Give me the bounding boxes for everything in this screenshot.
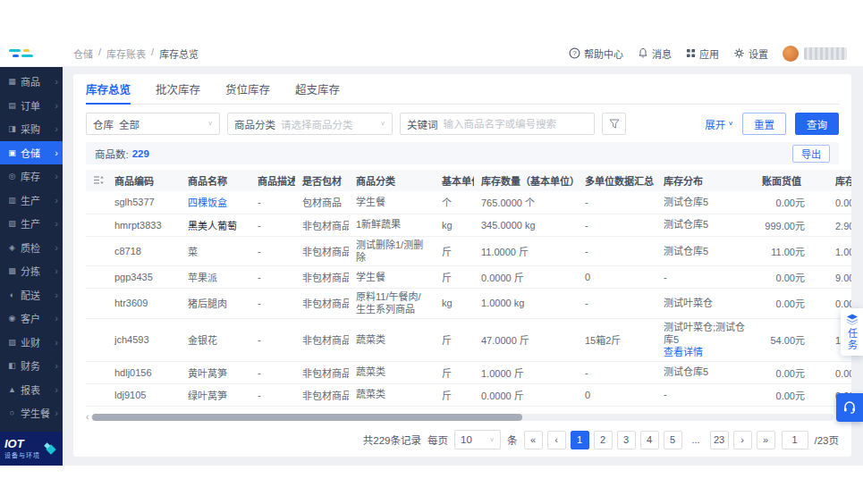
task-fab-label: 任务 — [845, 328, 859, 351]
keyword-input[interactable] — [444, 119, 588, 130]
sidebar-item-student-meal[interactable]: ○学生餐› — [0, 401, 63, 425]
page-button-3[interactable]: 3 — [617, 431, 636, 449]
table-row[interactable]: htr3609猪后腿肉-非包材商品原料11/午餐肉/生生系列商品kg1.0000… — [86, 289, 851, 319]
category-select[interactable]: 商品分类 请选择商品分类 ∨ — [227, 113, 393, 135]
brand-logo: IOT 设备与环境 — [0, 432, 63, 466]
view-detail-link[interactable]: 查看详情 — [664, 347, 703, 357]
table-row[interactable]: jch4593金银花-非包材商品蔬菜类斤47.0000 斤15箱2斤测试叶菜仓;… — [86, 318, 851, 361]
user-area[interactable] — [783, 46, 847, 62]
column-multi[interactable]: 多单位数据汇总 — [578, 170, 656, 191]
logo-bar — [21, 55, 33, 57]
page-ellipsis[interactable]: ... — [687, 431, 706, 449]
table-row[interactable]: hmrpt3833黑美人葡萄-非包材商品1新鲜蔬果kg345.0000 kg-测… — [86, 214, 851, 236]
sidebar-item-sorting[interactable]: ▩分拣› — [0, 259, 63, 283]
tab-货位库存[interactable]: 货位库存 — [225, 74, 270, 105]
column-cat[interactable]: 商品分类 — [349, 170, 435, 191]
page-button-5[interactable]: 5 — [664, 431, 682, 449]
header-action-消息[interactable]: 消息 — [638, 46, 672, 61]
top-header: 仓储/库存账表/库存总览 ?帮助中心消息应用设置 — [0, 40, 863, 67]
page-jump-suffix: /23页 — [815, 433, 840, 447]
column-value[interactable]: 账面货值 — [755, 170, 828, 191]
h-scrollbar-thumb[interactable] — [92, 414, 522, 421]
cell-sort — [86, 289, 107, 319]
column-unit[interactable]: 基本单位 — [435, 170, 474, 191]
header-action-应用[interactable]: 应用 — [686, 46, 719, 61]
column-qty[interactable]: 库存数量（基本单位） — [474, 170, 578, 191]
breadcrumb-item[interactable]: 库存账表 — [106, 46, 146, 61]
cell-qty: 11.0000 斤 — [474, 236, 578, 266]
sidebar-item-inventory[interactable]: ◎库存› — [0, 164, 63, 189]
first-page-button[interactable]: « — [524, 431, 543, 449]
page-size-select[interactable]: 10 ∨ — [454, 430, 501, 449]
sort-columns-icon[interactable] — [86, 170, 107, 191]
sidebar-item-quality[interactable]: ◈质检› — [0, 236, 63, 260]
sidebar-item-reports[interactable]: ▲报表› — [0, 378, 63, 402]
h-scrollbar-track[interactable] — [91, 414, 833, 421]
table-row[interactable]: hdlj0156黄叶莴笋-非包材商品蔬菜类斤1.0000 斤-测试仓库50.00… — [86, 361, 851, 383]
cell-name: 苹果派 — [181, 266, 250, 289]
last-page-button[interactable]: » — [757, 431, 775, 449]
page-button-23[interactable]: 23 — [710, 431, 729, 449]
chevron-right-icon: › — [55, 337, 58, 348]
avatar[interactable] — [783, 46, 799, 62]
cell-qty: 345.0000 kg — [474, 214, 578, 236]
column-code[interactable]: 商品编码 — [107, 170, 181, 191]
brand-cube-icon — [43, 441, 58, 457]
sidebar-item-production-1[interactable]: ▥生产› — [0, 189, 63, 213]
scroll-left-arrow[interactable]: ‹ — [86, 413, 89, 422]
keyword-box[interactable]: 关键词 — [400, 113, 595, 135]
column-dist[interactable]: 库存分布 — [656, 170, 755, 191]
delivery-icon: ◐ — [7, 290, 17, 299]
table-row[interactable]: pgp3435苹果派-非包材商品学生餐斤0.0000 斤0-0.00元9.00元 — [86, 266, 851, 289]
export-button[interactable]: 导出 — [792, 145, 830, 163]
column-name[interactable]: 商品名称 — [181, 170, 250, 191]
header-action-设置[interactable]: 设置 — [733, 46, 768, 61]
table-row[interactable]: c8718菜-非包材商品测试删除1/测删除斤11.0000 斤-测试仓库511.… — [86, 236, 851, 266]
page-button-1[interactable]: 1 — [571, 431, 589, 449]
page-button-2[interactable]: 2 — [594, 431, 613, 449]
reset-button[interactable]: 重置 — [742, 113, 786, 135]
pagination: 共229条记录 每页 10 ∨ 条 «‹12345...23›» /23页 — [86, 423, 839, 457]
tab-批次库存[interactable]: 批次库存 — [156, 74, 200, 105]
sidebar-item-production-2[interactable]: ▧生产› — [0, 212, 63, 236]
app-logo[interactable] — [0, 40, 61, 66]
sidebar-item-bizfin[interactable]: ▨业财› — [0, 331, 63, 355]
tab-库存总览[interactable]: 库存总览 — [86, 74, 131, 105]
prev-page-button[interactable]: ‹ — [547, 431, 566, 449]
warehouse-value: 全部 — [119, 117, 140, 131]
logo-bar — [23, 49, 30, 52]
column-avg[interactable]: 库存均价 — [828, 170, 851, 191]
sidebar-item-delivery[interactable]: ◐配送› — [0, 283, 63, 307]
next-page-button[interactable]: › — [733, 431, 752, 449]
page-button-4[interactable]: 4 — [640, 431, 659, 449]
header-action-帮助中心[interactable]: ?帮助中心 — [569, 46, 623, 61]
inventory-table: 商品编码商品名称商品描述是否包材商品分类基本单位库存数量（基本单位）多单位数据汇… — [86, 170, 851, 411]
customer-service-fab[interactable] — [836, 393, 863, 422]
cell-qty: 1.0000 kg — [474, 289, 578, 319]
product-name[interactable]: 黑美人葡萄 — [188, 221, 237, 231]
table-row[interactable]: ldj9105绿叶莴笋-非包材商品蔬菜类斤0.0000 斤0-0.00元0.00… — [86, 383, 851, 406]
filter-bar: 仓库 全部 ∨ 商品分类 请选择商品分类 ∨ 关键词 — [86, 105, 839, 142]
search-button[interactable]: 查询 — [795, 113, 839, 135]
cell-multi: 15箱2斤 — [578, 318, 656, 361]
sidebar-item-customers[interactable]: ◉客户› — [0, 307, 63, 331]
finance-icon: ◧ — [7, 361, 17, 370]
product-count-label: 商品数: — [95, 147, 129, 161]
page-jump-input[interactable] — [782, 431, 808, 449]
expand-toggle[interactable]: 展开 ∨ — [705, 117, 733, 131]
table-row[interactable]: sglh5377四棵饭盒-包材商品学生餐个765.0000 个-测试仓库50.0… — [86, 191, 851, 214]
filter-funnel-button[interactable] — [602, 113, 626, 135]
breadcrumb-item[interactable]: 仓储 — [73, 46, 93, 61]
tab-超支库存[interactable]: 超支库存 — [295, 74, 340, 105]
sidebar-item-goods[interactable]: ▦商品› — [0, 70, 63, 94]
sidebar-item-orders[interactable]: ▤订单› — [0, 94, 63, 118]
sidebar-item-finance[interactable]: ◧财务› — [0, 354, 63, 378]
warehouse-select[interactable]: 仓库 全部 ∨ — [86, 113, 220, 135]
sidebar-item-purchase[interactable]: ◨采购› — [0, 117, 63, 141]
column-desc[interactable]: 商品描述 — [250, 170, 295, 191]
bell-icon — [638, 47, 648, 59]
product-name[interactable]: 四棵饭盒 — [188, 197, 227, 208]
column-pack[interactable]: 是否包材 — [295, 170, 349, 191]
task-fab[interactable]: 任务 — [841, 308, 863, 356]
sidebar-item-warehouse[interactable]: ▣仓储› — [0, 141, 63, 165]
